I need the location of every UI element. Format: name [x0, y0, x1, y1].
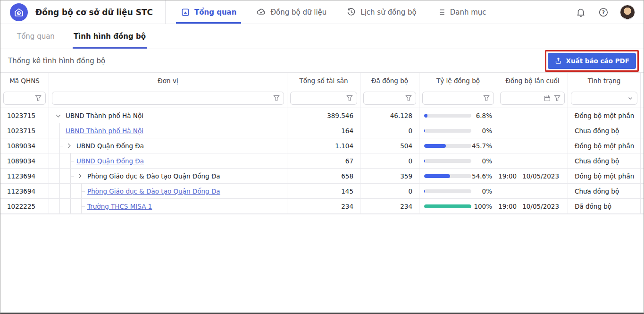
filter-input-don-vi[interactable] [52, 92, 284, 105]
cell-ty-le-dong-bo: 0% [419, 184, 497, 198]
row-gutter [641, 199, 644, 213]
tree-guide [66, 184, 76, 198]
funnel-icon [273, 95, 280, 102]
section-title: Thống kê tình hình đồng bộ [8, 57, 105, 65]
export-pdf-button[interactable]: Xuất báo cáo PDF [548, 53, 636, 69]
help-button[interactable]: ? [597, 6, 610, 18]
cell-da-dong-bo: 504 [360, 138, 419, 153]
tree-guide [76, 184, 87, 198]
nav-tab-label: Đồng bộ dữ liệu [270, 8, 326, 17]
table-row: 1022225Trường THCS MISA 1234234100%19:00… [0, 199, 644, 214]
tree-guide [66, 153, 76, 168]
subtab-label: Tổng quan [17, 32, 55, 41]
nav-tab-danh-muc[interactable]: Danh mục [435, 0, 488, 24]
progress-bar-fill [424, 129, 425, 133]
bell-icon [576, 7, 586, 17]
row-gutter [641, 184, 644, 198]
filter-input-ma-qhns[interactable] [3, 92, 46, 105]
app-logo[interactable] [10, 3, 28, 21]
col-header-don-vi[interactable]: Đơn vị [49, 73, 287, 89]
filter-select-tinh-trang[interactable] [571, 92, 637, 105]
notifications-button[interactable] [575, 6, 587, 18]
cell-ma-qhns: 1123694 [0, 169, 49, 183]
cell-da-dong-bo: 0 [360, 184, 419, 198]
progress-percent: 100% [474, 203, 492, 210]
nav-tab-label: Lịch sử đồng bộ [360, 8, 416, 17]
svg-text:?: ? [602, 9, 605, 15]
progress-bar-fill [424, 159, 425, 163]
filter-input-dong-bo-lan-cuoi[interactable] [500, 92, 565, 105]
cell-ma-qhns: 1023715 [0, 123, 49, 138]
filter-input-ty-le-dong-bo[interactable] [422, 92, 494, 105]
last-sync-time: 19:00 [498, 172, 517, 180]
unit-link[interactable]: Trường THCS MISA 1 [87, 203, 152, 210]
cell-dong-bo-lan-cuoi [497, 123, 568, 138]
cell-don-vi: UBND Quận Đống Đa [49, 138, 287, 153]
tree-guide [55, 184, 66, 198]
table-body: 1023715UBND Thành phố Hà Nội389.54646.12… [0, 108, 644, 214]
dashboard-icon [181, 8, 190, 17]
header-gutter [641, 73, 644, 89]
progress-bar-fill [424, 144, 446, 148]
filter-input-tong-so-tai-san[interactable] [290, 92, 357, 105]
table-filter-row [0, 89, 644, 108]
col-header-tinh-trang[interactable]: Tình trạng [568, 73, 641, 89]
nav-tab-tong-quan[interactable]: Tổng quan [179, 0, 238, 24]
cell-ma-qhns: 1023715 [0, 108, 49, 123]
cell-dong-bo-lan-cuoi [497, 108, 568, 123]
unit-link[interactable]: UBND Quận Đống Đa [76, 157, 144, 165]
nav-tab-dong-bo-du-lieu[interactable]: Đồng bộ dữ liệu [254, 0, 328, 24]
tree-guide [66, 169, 76, 183]
unit-link[interactable]: UBND Thành phố Hà Nội [66, 127, 143, 135]
unit-name: UBND Quận Đống Đa [76, 142, 144, 150]
table-row: 1089034UBND Quận Đống Đa6700%Chưa đồng b… [0, 153, 644, 169]
filter-cell-ma-qhns [0, 89, 49, 108]
progress-percent: 0% [482, 127, 492, 135]
filter-cell-da-dong-bo [360, 89, 419, 108]
last-sync-time: 19:00 [498, 203, 517, 210]
header-actions: ? [575, 5, 635, 20]
chevron-right-icon[interactable] [77, 174, 82, 178]
cell-ma-qhns: 1089034 [0, 153, 49, 168]
cell-ty-le-dong-bo: 54.6% [419, 169, 497, 183]
section-bar: Thống kê tình hình đồng bộ Xuất báo cáo … [0, 49, 644, 73]
col-header-dong-bo-lan-cuoi[interactable]: Đồng bộ lần cuối [497, 73, 568, 89]
cell-don-vi: Phòng Giáo dục & Đào tạo Quận Đống Đa [49, 184, 287, 198]
cell-ty-le-dong-bo: 6.8% [419, 108, 497, 123]
chevron-right-icon[interactable] [66, 144, 71, 148]
cell-don-vi: UBND Thành phố Hà Nội [49, 123, 287, 138]
filter-cell-ty-le-dong-bo [419, 89, 497, 108]
nav-tab-lich-su-dong-bo[interactable]: Lịch sử đồng bộ [344, 0, 418, 24]
cell-ma-qhns: 1089034 [0, 138, 49, 153]
cell-dong-bo-lan-cuoi: 19:0010/05/2023 [497, 199, 568, 213]
col-header-ma-qhns[interactable]: Mã QHNS [0, 73, 49, 89]
funnel-icon [346, 95, 353, 102]
cell-tong-so-tai-san: 145 [287, 184, 360, 198]
progress-percent: 45.7% [472, 142, 492, 150]
filter-cell-dong-bo-lan-cuoi [497, 89, 568, 108]
col-header-da-dong-bo[interactable]: Đã đồng bộ [360, 73, 419, 89]
calendar-icon [544, 95, 551, 102]
progress-bar-track [424, 144, 471, 148]
subtab-tong-quan[interactable]: Tổng quan [16, 24, 56, 49]
tree-guide [76, 199, 87, 213]
cell-don-vi: Trường THCS MISA 1 [49, 199, 287, 213]
filter-input-da-dong-bo[interactable] [363, 92, 416, 105]
filter-cell-tong-so-tai-san [287, 89, 360, 108]
export-icon [554, 57, 562, 65]
unit-link[interactable]: Phòng Giáo dục & Đào tạo Quận Đống Đa [87, 187, 220, 195]
progress-bar-track [424, 204, 471, 208]
chevron-down-icon[interactable] [56, 112, 61, 117]
col-header-tong-so-tai-san[interactable]: Tổng số tài sản [287, 73, 360, 89]
filter-cell-don-vi [49, 89, 287, 108]
cell-ty-le-dong-bo: 100% [419, 199, 497, 213]
cell-ty-le-dong-bo: 45.7% [419, 138, 497, 153]
cell-ma-qhns: 1022225 [0, 199, 49, 213]
unit-name: UBND Thành phố Hà Nội [66, 112, 143, 119]
sync-status-table: Mã QHNS Đơn vị Tổng số tài sản Đã đồng b… [0, 73, 644, 214]
subtab-tinh-hinh-dong-bo[interactable]: Tình hình đồng bộ [73, 24, 147, 49]
home-icon [14, 7, 24, 17]
col-header-ty-le-dong-bo[interactable]: Tỷ lệ đồng bộ [419, 73, 497, 89]
cell-tinh-trang: Đồng bộ một phần [568, 138, 641, 153]
user-avatar[interactable] [620, 5, 635, 20]
